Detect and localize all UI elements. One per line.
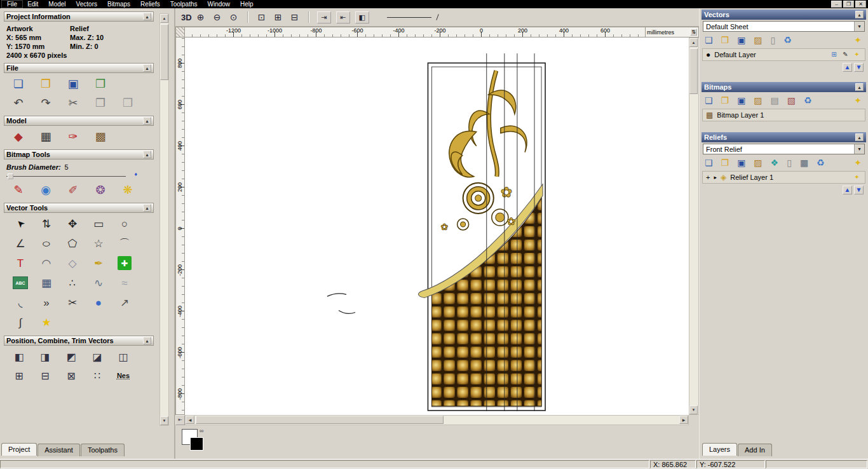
expand-icon[interactable]: ▸ [714,174,717,180]
polygon-tool[interactable]: ⬠ [61,234,84,253]
slider-handle[interactable] [8,173,13,179]
zoom-previous-icon[interactable]: ⊙ [228,12,240,22]
layer-name[interactable]: Default Layer [714,51,756,58]
undo-icon[interactable]: ↶ [10,96,27,110]
minimize-button[interactable]: – [831,1,842,8]
collapse-icon[interactable]: ▲ [143,13,151,20]
tab-project[interactable]: Project [1,443,37,456]
sphere-tool[interactable]: ● [87,294,110,312]
import-model-icon[interactable]: ❒ [92,77,109,91]
align-right-tool[interactable]: ◨ [35,348,55,365]
measure-tool[interactable]: ↗ [113,294,136,312]
paste-icon[interactable]: ❒ [119,96,136,110]
layer-wizard-icon[interactable]: ✦ [852,50,862,60]
menu-bitmaps[interactable]: Bitmaps [102,1,135,8]
move-layer-down-icon[interactable]: ▼ [854,63,864,72]
canvas-horizontal-scrollbar[interactable]: ◀ ▶ [185,415,689,425]
scroll-up-icon[interactable]: ▲ [160,14,168,23]
sheet-dropdown[interactable]: Default Sheet ▼ [703,21,865,32]
new-relief-layer-icon[interactable]: ❏ [705,158,713,168]
restore-button[interactable]: ❐ [843,1,854,8]
combine-union-tool[interactable]: ⊞ [9,367,29,384]
add-relief-layer-icon[interactable]: + [706,173,710,181]
layer-name[interactable]: Relief Layer 1 [730,173,773,181]
offset-vector-tool[interactable]: » [35,294,58,312]
scroll-thumb[interactable] [689,48,698,94]
diamond-tool[interactable]: ◇ [61,254,84,273]
scroll-left-icon[interactable]: ◀ [186,416,194,424]
node-edit-tool[interactable]: ⇅ [35,215,58,233]
combine-subtract-tool[interactable]: ⊟ [35,367,55,384]
delete-bitmap-layer-icon[interactable]: ♻ [804,95,812,105]
delete-relief-layer-icon[interactable]: ♻ [817,158,825,168]
collapse-icon[interactable]: ▲ [855,83,864,91]
stamp-model-icon[interactable]: ✑ [65,130,81,144]
font-abc-tool[interactable]: ABC [13,276,28,289]
close-button[interactable]: ✕ [855,1,866,8]
menu-model[interactable]: Model [43,1,71,8]
move-layer-down-icon[interactable]: ▼ [854,186,864,194]
drawing-canvas[interactable]: ✿ ✿ ✿ [185,37,689,415]
units-spinner-icon[interactable]: ⇅ [690,29,697,36]
arc-tool[interactable]: ⌒ [113,234,136,253]
save-vectors-icon[interactable]: ▣ [737,35,745,45]
collapse-icon[interactable]: ▲ [143,117,151,125]
edit-layer-icon[interactable]: ✎ [841,50,850,60]
menu-reliefs[interactable]: Reliefs [135,1,165,8]
align-bottom-tool[interactable]: ◪ [87,348,107,365]
menu-edit[interactable]: Edit [22,1,43,8]
scroll-thumb[interactable] [160,24,168,80]
align-left-tool[interactable]: ◧ [9,348,29,365]
arc-fit-tool[interactable]: ◠ [35,254,58,273]
collapse-icon[interactable]: ▲ [855,133,864,141]
open-model-icon[interactable]: ❐ [37,77,54,91]
toggle-right-panel-icon[interactable]: ⇥ [317,11,331,24]
new-model-icon[interactable]: ❏ [10,77,27,91]
scroll-thumb[interactable] [196,416,444,424]
model-frame-icon[interactable]: ▦ [37,130,54,144]
menu-window[interactable]: Window [202,1,235,8]
menu-file[interactable]: File [2,1,22,8]
zoom-out-icon[interactable]: ⊖ [212,12,223,22]
tab-toolpaths[interactable]: Toolpaths [81,444,125,456]
canvas-vertical-scrollbar[interactable]: ▲ ▼ [689,37,699,415]
zoom-selection-icon[interactable]: ⊞ [273,12,284,22]
view-3d-button[interactable]: 3D [180,12,193,23]
dropdown-arrow-icon[interactable]: ▼ [854,144,864,154]
combine-merge-tool[interactable]: ⊠ [61,367,81,384]
zoom-drawing-icon[interactable]: ⊟ [289,12,301,22]
transform-tool[interactable]: ✥ [61,215,84,233]
relief-layer-row[interactable]: + ▸ ◈ Relief Layer 1 ✦ [702,171,865,184]
move-layer-up-icon[interactable]: ▲ [843,63,852,72]
new-sheet-icon[interactable]: ▯ [771,35,776,45]
set-model-size-icon[interactable]: ◆ [10,130,27,144]
tab-assistant[interactable]: Assistant [37,444,80,456]
tab-layers[interactable]: Layers [702,443,737,456]
import-vectors-icon[interactable]: ▨ [754,35,762,45]
magic-wand-star-tool[interactable]: ★ [35,313,58,332]
ellipse-tool[interactable]: ○ [29,234,64,253]
copy-icon[interactable]: ❐ [92,96,109,110]
texture-paint-icon[interactable]: ❂ [92,183,109,197]
nesting-tool[interactable]: Nes [113,367,133,384]
paint-brush-icon[interactable]: ✎ [10,183,27,197]
text-tool[interactable]: T [9,254,32,273]
scroll-up-icon[interactable]: ▲ [689,38,698,47]
dropdown-arrow-icon[interactable]: ▼ [854,22,864,31]
smooth-relief-icon[interactable]: ❖ [771,158,779,168]
flood-fill-icon[interactable]: ◉ [37,183,54,197]
collapse-icon[interactable]: ▲ [143,337,151,344]
paint-selective-icon[interactable]: ✐ [65,183,81,197]
snap-layer-icon[interactable]: ⊞ [829,50,839,60]
border-tool[interactable]: ▦ [35,274,58,292]
menu-vectors[interactable]: Vectors [71,1,102,8]
save-bitmap-icon[interactable]: ▣ [737,95,745,105]
scatter-dots-tool[interactable]: ∴ [61,274,84,292]
fillet-tool[interactable]: ◟ [9,294,32,312]
open-vectors-icon[interactable]: ❐ [721,35,729,45]
rectangle-tool[interactable]: ▭ [87,215,110,233]
zoom-in-icon[interactable]: ⊕ [195,12,207,22]
layer-visibility-icon[interactable]: ✦ [852,173,862,182]
brush-diameter-slider[interactable]: ♦ [6,173,151,180]
scroll-right-icon[interactable]: ▶ [679,416,688,424]
